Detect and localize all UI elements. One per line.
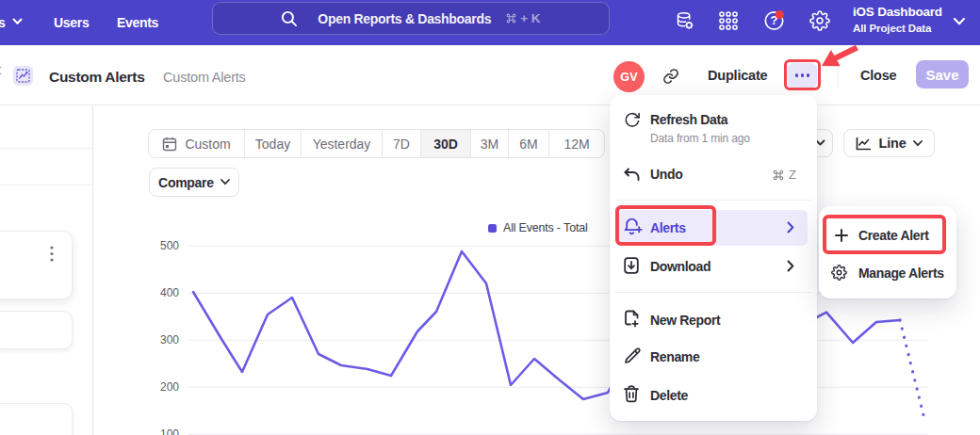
svg-text:300: 300: [160, 333, 179, 346]
svg-text:500: 500: [160, 239, 179, 252]
svg-text:400: 400: [160, 286, 179, 299]
svg-text:200: 200: [160, 380, 179, 394]
svg-text:100: 100: [160, 427, 179, 435]
